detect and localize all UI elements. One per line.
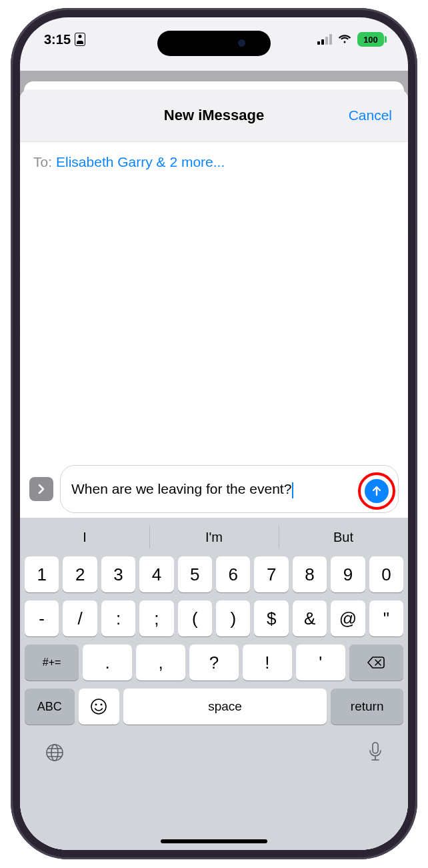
predictive-suggestion[interactable]: I'm <box>149 518 279 556</box>
globe-icon[interactable] <box>44 742 65 766</box>
key[interactable]: - <box>25 600 59 636</box>
wifi-icon <box>337 33 352 46</box>
compose-sheet: New iMessage Cancel To: Elisabeth Garry … <box>20 89 408 850</box>
dictation-icon[interactable] <box>367 741 384 767</box>
page-title: New iMessage <box>164 107 264 124</box>
predictive-suggestion[interactable]: But <box>279 518 408 556</box>
send-button[interactable] <box>365 479 389 503</box>
predictive-suggestion[interactable]: I <box>20 518 149 556</box>
emoji-key[interactable] <box>79 689 119 725</box>
letters-key[interactable]: ABC <box>25 689 75 725</box>
key[interactable]: ) <box>216 600 250 636</box>
contact-card-icon <box>75 33 85 46</box>
text-caret <box>292 482 293 498</box>
return-key[interactable]: return <box>331 689 403 725</box>
key[interactable]: $ <box>254 600 288 636</box>
message-input[interactable]: When are we leaving for the event? <box>60 465 399 513</box>
key[interactable]: 4 <box>139 556 173 592</box>
symbols-key[interactable]: #+= <box>25 644 79 681</box>
key[interactable]: 6 <box>216 556 250 592</box>
svg-point-0 <box>91 699 106 714</box>
key[interactable]: ( <box>178 600 212 636</box>
to-recipients: Elisabeth Garry & 2 more... <box>56 154 225 170</box>
key[interactable]: / <box>63 600 97 636</box>
key[interactable]: 2 <box>63 556 97 592</box>
key[interactable]: 5 <box>178 556 212 592</box>
svg-point-2 <box>101 704 103 706</box>
home-indicator[interactable] <box>161 839 267 843</box>
to-field[interactable]: To: Elisabeth Garry & 2 more... <box>20 142 408 183</box>
compose-bar: When are we leaving for the event? <box>20 460 408 518</box>
key[interactable]: 7 <box>254 556 288 592</box>
key[interactable]: . <box>83 644 132 681</box>
conversation-area[interactable] <box>20 181 408 460</box>
sheet-header: New iMessage Cancel <box>20 89 408 142</box>
space-key[interactable]: space <box>123 689 327 725</box>
key[interactable]: ' <box>296 644 345 681</box>
key[interactable]: 0 <box>369 556 403 592</box>
status-time: 3:15 <box>44 32 71 47</box>
key[interactable]: @ <box>331 600 365 636</box>
send-highlight <box>358 472 395 510</box>
dynamic-island <box>157 31 271 56</box>
key[interactable]: : <box>101 600 135 636</box>
cancel-button[interactable]: Cancel <box>349 89 392 141</box>
key[interactable]: ! <box>243 644 292 681</box>
predictive-bar: I I'm But <box>20 518 408 556</box>
key[interactable]: 9 <box>331 556 365 592</box>
expand-apps-button[interactable] <box>29 477 53 501</box>
delete-key[interactable] <box>349 644 403 681</box>
keyboard: I I'm But 1 2 3 4 5 6 7 8 9 0 <box>20 518 408 850</box>
cellular-icon <box>317 34 332 45</box>
key[interactable]: 8 <box>293 556 327 592</box>
svg-point-1 <box>95 704 97 706</box>
key[interactable]: 3 <box>101 556 135 592</box>
to-label: To: <box>33 154 52 170</box>
svg-rect-5 <box>373 743 378 753</box>
battery-icon: 100 <box>357 32 384 47</box>
key[interactable]: 1 <box>25 556 59 592</box>
key[interactable]: ? <box>189 644 239 681</box>
key[interactable]: , <box>136 644 185 681</box>
key[interactable]: " <box>369 600 403 636</box>
key[interactable]: ; <box>139 600 173 636</box>
key[interactable]: & <box>293 600 327 636</box>
